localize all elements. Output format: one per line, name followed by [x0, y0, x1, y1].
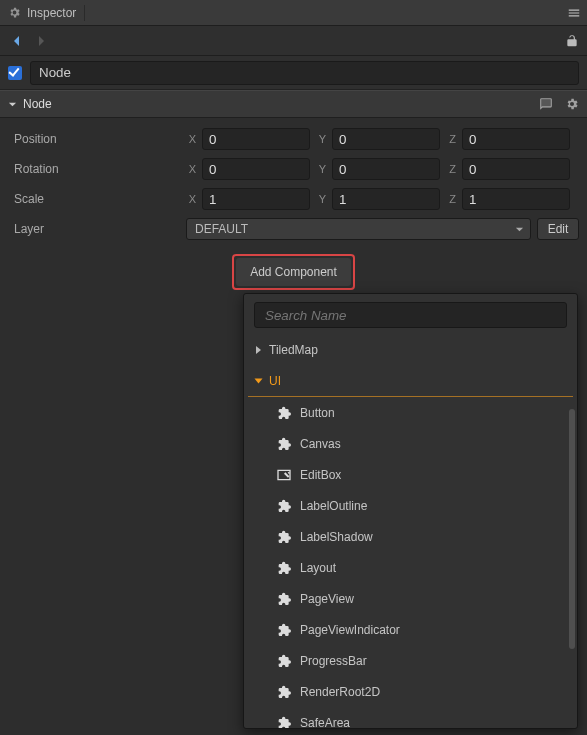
gear-icon: [8, 6, 21, 19]
component-item-canvas[interactable]: Canvas: [244, 428, 577, 459]
component-tree: TiledMap UI ButtonCanvasEditBoxLabelOutl…: [244, 334, 577, 728]
nav-back-button[interactable]: [8, 33, 26, 49]
component-item-progressbar[interactable]: ProgressBar: [244, 645, 577, 676]
node-active-checkbox[interactable]: [8, 66, 22, 80]
position-x-input[interactable]: [202, 128, 310, 150]
add-component-panel: TiledMap UI ButtonCanvasEditBoxLabelOutl…: [243, 293, 578, 729]
triangle-right-icon: [256, 346, 261, 354]
category-divider: [248, 396, 573, 397]
component-item-pageviewindicator[interactable]: PageViewIndicator: [244, 614, 577, 645]
rotation-x-input[interactable]: [202, 158, 310, 180]
rotation-label: Rotation: [8, 162, 180, 176]
component-item-label: PageView: [300, 592, 354, 606]
rotation-row: Rotation X Y Z: [8, 154, 579, 184]
puzzle-icon: [276, 560, 292, 576]
chevron-down-icon: [8, 100, 17, 109]
inspector-titlebar: Inspector: [0, 0, 587, 26]
component-item-label: SafeArea: [300, 716, 350, 729]
axis-x-label: X: [186, 133, 196, 145]
component-item-renderroot2d[interactable]: RenderRoot2D: [244, 676, 577, 707]
nav-forward-button[interactable]: [32, 33, 50, 49]
category-tiledmap[interactable]: TiledMap: [244, 334, 577, 365]
add-component-button[interactable]: Add Component: [236, 258, 351, 286]
node-section-title: Node: [23, 97, 527, 111]
scrollbar-thumb[interactable]: [569, 409, 575, 649]
node-section-header[interactable]: Node: [0, 90, 587, 118]
triangle-down-icon: [255, 378, 263, 383]
scale-x-input[interactable]: [202, 188, 310, 210]
puzzle-icon: [276, 436, 292, 452]
component-item-label: Canvas: [300, 437, 341, 451]
rotation-z-input[interactable]: [462, 158, 570, 180]
scale-y-input[interactable]: [332, 188, 440, 210]
puzzle-icon: [276, 529, 292, 545]
puzzle-icon: [276, 653, 292, 669]
puzzle-icon: [276, 405, 292, 421]
layer-select[interactable]: DEFAULT: [186, 218, 531, 240]
component-item-label: Layout: [300, 561, 336, 575]
category-label: TiledMap: [269, 343, 318, 357]
component-item-label: LabelOutline: [300, 499, 367, 513]
scale-row: Scale X Y Z: [8, 184, 579, 214]
component-item-label: PageViewIndicator: [300, 623, 400, 637]
lock-icon[interactable]: [565, 34, 579, 48]
puzzle-icon: [276, 715, 292, 729]
puzzle-icon: [276, 622, 292, 638]
layer-edit-button[interactable]: Edit: [537, 218, 579, 240]
component-search-input[interactable]: [254, 302, 567, 328]
rotation-y-input[interactable]: [332, 158, 440, 180]
layer-value: DEFAULT: [195, 222, 248, 236]
component-item-button[interactable]: Button: [244, 397, 577, 428]
history-navbar: [0, 26, 587, 56]
component-item-label: EditBox: [300, 468, 341, 482]
position-label: Position: [8, 132, 180, 146]
category-label: UI: [269, 374, 281, 388]
layer-label: Layer: [8, 222, 180, 236]
component-item-label: LabelShadow: [300, 530, 373, 544]
component-item-label: RenderRoot2D: [300, 685, 380, 699]
titlebar-separator: [84, 5, 85, 21]
menu-icon[interactable]: [567, 6, 581, 20]
position-y-input[interactable]: [332, 128, 440, 150]
scale-z-input[interactable]: [462, 188, 570, 210]
layer-row: Layer DEFAULT Edit: [8, 214, 579, 244]
puzzle-icon: [276, 591, 292, 607]
component-item-editbox[interactable]: EditBox: [244, 459, 577, 490]
node-name-row: [0, 56, 587, 90]
chevron-down-icon: [515, 225, 524, 234]
component-item-labelshadow[interactable]: LabelShadow: [244, 521, 577, 552]
puzzle-icon: [276, 498, 292, 514]
scale-label: Scale: [8, 192, 180, 206]
axis-y-label: Y: [316, 133, 326, 145]
component-item-label: ProgressBar: [300, 654, 367, 668]
component-item-pageview[interactable]: PageView: [244, 583, 577, 614]
component-item-labeloutline[interactable]: LabelOutline: [244, 490, 577, 521]
component-item-label: Button: [300, 406, 335, 420]
inspector-title: Inspector: [27, 6, 76, 20]
position-row: Position X Y Z: [8, 124, 579, 154]
category-ui[interactable]: UI: [244, 365, 577, 396]
axis-z-label: Z: [446, 133, 456, 145]
editbox-icon: [276, 467, 292, 483]
help-icon[interactable]: [539, 97, 553, 111]
puzzle-icon: [276, 684, 292, 700]
settings-icon[interactable]: [565, 97, 579, 111]
position-z-input[interactable]: [462, 128, 570, 150]
component-item-layout[interactable]: Layout: [244, 552, 577, 583]
component-item-safearea[interactable]: SafeArea: [244, 707, 577, 728]
node-name-input[interactable]: [30, 61, 579, 85]
